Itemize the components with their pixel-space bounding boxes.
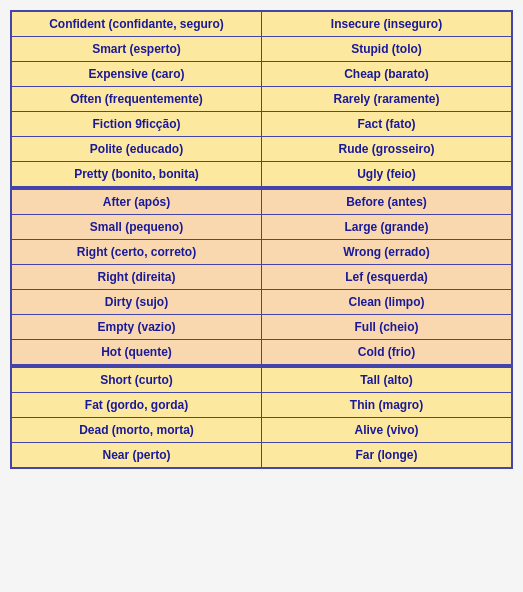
table-row: Fiction 9ficção)Fact (fato): [12, 112, 511, 137]
right-cell: Insecure (inseguro): [262, 12, 511, 36]
right-cell: Ugly (feio): [262, 162, 511, 186]
left-cell: Smart (esperto): [12, 37, 262, 61]
right-cell: Full (cheio): [262, 315, 511, 339]
left-cell: Expensive (caro): [12, 62, 262, 86]
right-cell: Lef (esquerda): [262, 265, 511, 289]
left-cell: Fiction 9ficção): [12, 112, 262, 136]
table-row: Pretty (bonito, bonita)Ugly (feio): [12, 162, 511, 187]
right-cell: Clean (limpo): [262, 290, 511, 314]
table-row: Confident (confidante, seguro)Insecure (…: [12, 12, 511, 37]
left-cell: Dead (morto, morta): [12, 418, 262, 442]
table-row: Hot (quente)Cold (frio): [12, 340, 511, 365]
vocabulary-table: Confident (confidante, seguro)Insecure (…: [10, 10, 513, 469]
left-cell: Pretty (bonito, bonita): [12, 162, 262, 186]
table-row: Empty (vazio)Full (cheio): [12, 315, 511, 340]
left-cell: Near (perto): [12, 443, 262, 467]
right-cell: Alive (vivo): [262, 418, 511, 442]
table-row: Dead (morto, morta)Alive (vivo): [12, 418, 511, 443]
left-cell: Right (certo, correto): [12, 240, 262, 264]
table-row: Small (pequeno)Large (grande): [12, 215, 511, 240]
left-cell: Right (direita): [12, 265, 262, 289]
right-cell: Wrong (errado): [262, 240, 511, 264]
table-row: Fat (gordo, gorda)Thin (magro): [12, 393, 511, 418]
left-cell: After (após): [12, 190, 262, 214]
table-row: Polite (educado)Rude (grosseiro): [12, 137, 511, 162]
table-row: Short (curto)Tall (alto): [12, 365, 511, 393]
table-row: After (após)Before (antes): [12, 187, 511, 215]
left-cell: Hot (quente): [12, 340, 262, 364]
table-row: Smart (esperto)Stupid (tolo): [12, 37, 511, 62]
table-row: Right (direita)Lef (esquerda): [12, 265, 511, 290]
left-cell: Empty (vazio): [12, 315, 262, 339]
right-cell: Cold (frio): [262, 340, 511, 364]
table-row: Often (frequentemente)Rarely (raramente): [12, 87, 511, 112]
table-row: Expensive (caro)Cheap (barato): [12, 62, 511, 87]
left-cell: Fat (gordo, gorda): [12, 393, 262, 417]
right-cell: Rarely (raramente): [262, 87, 511, 111]
left-cell: Confident (confidante, seguro): [12, 12, 262, 36]
left-cell: Small (pequeno): [12, 215, 262, 239]
right-cell: Cheap (barato): [262, 62, 511, 86]
right-cell: Stupid (tolo): [262, 37, 511, 61]
left-cell: Dirty (sujo): [12, 290, 262, 314]
left-cell: Polite (educado): [12, 137, 262, 161]
right-cell: Tall (alto): [262, 368, 511, 392]
left-cell: Often (frequentemente): [12, 87, 262, 111]
right-cell: Far (longe): [262, 443, 511, 467]
table-row: Dirty (sujo)Clean (limpo): [12, 290, 511, 315]
table-row: Near (perto)Far (longe): [12, 443, 511, 467]
left-cell: Short (curto): [12, 368, 262, 392]
right-cell: Fact (fato): [262, 112, 511, 136]
right-cell: Rude (grosseiro): [262, 137, 511, 161]
table-row: Right (certo, correto)Wrong (errado): [12, 240, 511, 265]
right-cell: Before (antes): [262, 190, 511, 214]
right-cell: Large (grande): [262, 215, 511, 239]
right-cell: Thin (magro): [262, 393, 511, 417]
